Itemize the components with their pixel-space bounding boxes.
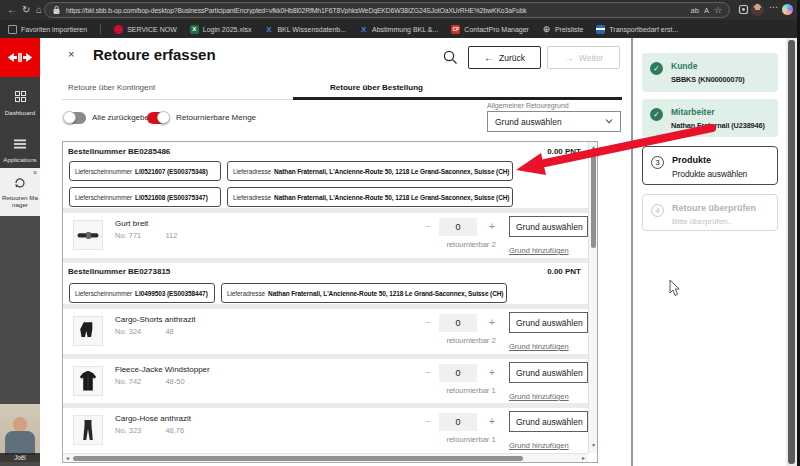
delivery-address-chip[interactable]: LieferadresseNathan Fraternali, L'Ancien…	[227, 187, 513, 207]
applications-icon	[14, 139, 26, 149]
favorite-star-icon[interactable]: ☆	[714, 5, 722, 15]
translate-icon[interactable]: ab	[691, 6, 699, 15]
bookmarks-bar: Favoriten importieren SERVICE NOW X Logi…	[0, 20, 800, 38]
horizontal-scrollbar-thumb[interactable]	[73, 456, 523, 461]
profile-avatar[interactable]	[751, 3, 764, 16]
scroll-up-icon[interactable]: ▲	[589, 144, 598, 150]
toggle-retournierbare-menge[interactable]	[147, 112, 169, 124]
product-meta: No. 323 48,76	[115, 426, 184, 435]
tab-retoure-ueber-bestellung[interactable]: Retoure über Bestellung	[330, 83, 423, 92]
page-scrollbar[interactable]	[786, 38, 797, 466]
step-number-icon: 4	[651, 204, 664, 217]
quantity-input[interactable]: 0	[439, 413, 477, 431]
increase-quantity-button[interactable]: +	[489, 367, 495, 378]
decrease-quantity-button[interactable]: −	[425, 367, 431, 378]
sbb-logo[interactable]	[0, 38, 40, 77]
list-vertical-scrollbar[interactable]: ▲ ▼	[588, 142, 597, 453]
bookmark-transportbedarf[interactable]: Transportbedarf erst...	[596, 25, 678, 34]
quantity-input[interactable]: 0	[439, 364, 477, 382]
step-mitarbeiter[interactable]: ✓ Mitarbeiter Nathan Fraternali (U238946…	[642, 99, 778, 137]
delivery-note-chip[interactable]: LieferscheinnummerLI0521607 (ES00375348)	[69, 161, 221, 181]
toggle-alle-zurueckgeben-label: Alle zurückgeben	[92, 113, 153, 122]
address-bar[interactable]: https://bkl.sbb.b-op.com/bop-desktop?Bus…	[44, 2, 730, 18]
retouren-manager-icon	[14, 177, 26, 189]
close-app-icon[interactable]: ×	[33, 169, 37, 176]
scroll-left-icon[interactable]: ◄	[65, 455, 70, 461]
sbb-logo-icon	[7, 51, 33, 64]
decrease-quantity-button[interactable]: −	[425, 317, 431, 328]
decrease-quantity-button[interactable]: −	[425, 416, 431, 427]
general-reason-label: Allgemeiner Retouregrund	[487, 102, 569, 109]
step-number-icon: 3	[651, 156, 664, 169]
step-retoure-ueberpruefen[interactable]: 4 Retoure überprüfen Bitte überprüfen..	[642, 194, 778, 231]
vertical-scrollbar-thumb[interactable]	[591, 152, 596, 248]
order-number-value: BE0273815	[128, 267, 170, 276]
order-points: 0.00 PNT	[547, 147, 581, 156]
reason-select[interactable]: Grund auswählen	[509, 312, 588, 333]
increase-quantity-button[interactable]: +	[489, 221, 495, 232]
globe-icon: ⊕	[542, 25, 551, 34]
read-aloud-icon[interactable]: A	[704, 6, 709, 15]
step-subtitle: SBBKS (KN00000070)	[671, 75, 745, 84]
confluence-icon: X	[264, 25, 273, 34]
bookmark-bkl-wissensdatenbank[interactable]: X BKL Wissensdatenb...	[264, 25, 346, 34]
general-reason-select[interactable]: Grund auswählen	[487, 111, 621, 132]
sidebar-active-app-retouren-manager[interactable]: × Retouren Manager	[0, 168, 40, 216]
product-size: 48-50	[165, 377, 184, 386]
extensions-icon[interactable]	[738, 4, 749, 15]
browser-refresh-icon[interactable]: ↻	[22, 3, 30, 17]
bookmark-login-xlsx[interactable]: X Login 2025.xlsx	[190, 25, 252, 34]
add-reason-link[interactable]: Grund hinzufügen	[509, 342, 569, 351]
decrease-quantity-button[interactable]: −	[425, 221, 431, 232]
lock-icon	[52, 5, 61, 15]
sidebar-item-dashboard[interactable]: Dashboard	[0, 88, 40, 116]
tab-retoure-ueber-kontingent[interactable]: Retoure über Kontingent	[68, 83, 155, 92]
delivery-note-chip[interactable]: LieferscheinnummerLI0499503 (ES00358447)	[69, 283, 215, 303]
scroll-down-icon[interactable]: ▼	[589, 442, 598, 448]
step-text: Kunde SBBKS (KN00000070)	[671, 61, 745, 84]
back-button[interactable]: ← Zurück	[468, 46, 541, 69]
contactpro-icon: CP	[451, 25, 460, 34]
product-number: No. 324	[115, 327, 141, 336]
step-title: Mitarbeiter	[671, 107, 765, 117]
increase-quantity-button[interactable]: +	[489, 317, 495, 328]
close-page-icon[interactable]: ×	[68, 48, 74, 60]
browser-menu-icon[interactable]: ⋯	[769, 2, 778, 12]
bookmark-abstimmung-bkl[interactable]: X Abstimmung BKL &...	[359, 25, 438, 34]
bookmark-preisliste[interactable]: ⊕ Preisliste	[542, 25, 583, 34]
next-button[interactable]: → Weiter	[547, 46, 620, 69]
toggle-alle-zurueckgeben[interactable]	[64, 112, 86, 124]
quantity-input[interactable]: 0	[439, 314, 477, 332]
quantity-input[interactable]: 0	[439, 218, 477, 236]
order-number-label: Bestellnummer	[68, 267, 126, 276]
list-horizontal-scrollbar[interactable]: ◄ ►	[63, 453, 588, 462]
increase-quantity-button[interactable]: +	[489, 416, 495, 427]
delivery-note-chip[interactable]: LieferscheinnummerLI0521608 (ES00375347)	[69, 187, 221, 207]
next-button-label: Weiter	[579, 53, 603, 63]
bookmark-service-now[interactable]: SERVICE NOW	[114, 25, 177, 34]
page-scrollbar-thumb[interactable]	[788, 40, 795, 464]
product-row: Fleece-Jacke Windstopper No. 742 48-50 −…	[63, 359, 589, 404]
reason-select[interactable]: Grund auswählen	[509, 362, 588, 383]
bookmark-contactpro-manager[interactable]: CP ContactPro Manager	[451, 25, 529, 34]
bookmark-favoriten-importieren[interactable]: Favoriten importieren	[8, 25, 87, 34]
delivery-address-chip[interactable]: LieferadresseNathan Fraternali, L'Ancien…	[221, 283, 507, 303]
page-title: Retoure erfassen	[93, 46, 216, 63]
add-reason-link[interactable]: Grund hinzufügen	[509, 246, 569, 255]
browser-back-icon[interactable]: ←	[7, 3, 17, 17]
search-icon[interactable]	[443, 50, 458, 65]
sidebar-item-applications[interactable]: Applications	[0, 135, 40, 163]
reason-select[interactable]: Grund auswählen	[509, 216, 588, 237]
add-reason-link[interactable]: Grund hinzufügen	[509, 441, 569, 450]
product-number: No. 323	[115, 426, 141, 435]
delivery-address-chip[interactable]: LieferadresseNathan Fraternali, L'Ancien…	[227, 161, 513, 181]
copilot-icon[interactable]	[782, 4, 793, 15]
browser-home-icon[interactable]: ⌂	[36, 3, 42, 17]
add-reason-link[interactable]: Grund hinzufügen	[509, 392, 569, 401]
scroll-right-icon[interactable]: ►	[581, 455, 586, 461]
bookmark-label: Transportbedarf erst...	[609, 26, 678, 33]
reason-select[interactable]: Grund auswählen	[509, 411, 588, 432]
step-produkte[interactable]: 3 Produkte Produkte auswählen	[642, 146, 778, 185]
step-kunde[interactable]: ✓ Kunde SBBKS (KN00000070)	[642, 53, 778, 92]
webcam-name-label: Joël	[0, 453, 40, 462]
